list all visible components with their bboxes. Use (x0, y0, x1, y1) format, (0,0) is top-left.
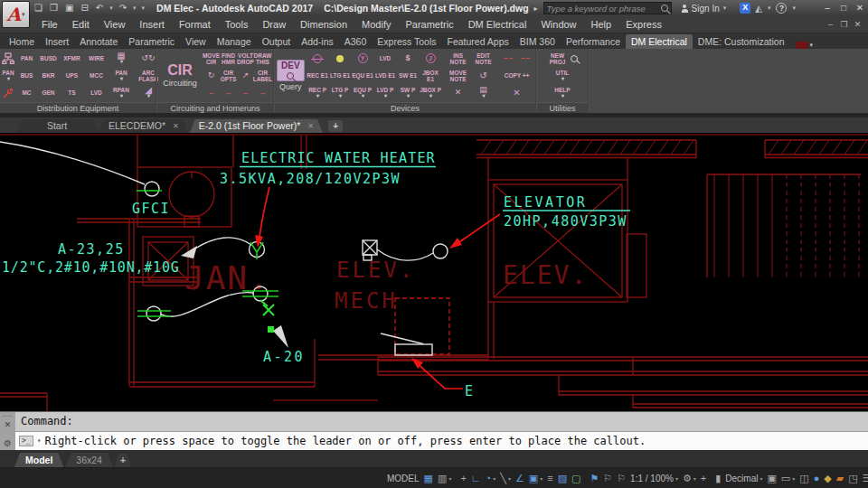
menu-modify[interactable]: Modify (354, 16, 398, 33)
menu-dimension[interactable]: Dimension (293, 16, 354, 33)
xfmr-button[interactable]: XFMR (60, 50, 84, 67)
delete-devices-icon[interactable]: ✕ (500, 84, 534, 101)
callout-circuit-a20[interactable]: A-20 (263, 349, 305, 365)
jbox-device-icon[interactable]: J (420, 50, 442, 67)
graphics-performance-icon[interactable]: ● (814, 469, 820, 487)
model-space-button[interactable]: MODEL (387, 474, 420, 483)
tab-home[interactable]: Home (4, 34, 40, 49)
receptacle-device-icon[interactable] (307, 50, 329, 67)
elevator-connection-symbol[interactable] (433, 244, 448, 258)
doc-minimize-button[interactable]: – (824, 20, 837, 29)
grid-display-icon[interactable]: ▦ (424, 469, 433, 487)
ltg-p-button[interactable]: LTG P (329, 84, 352, 101)
tab-insert[interactable]: Insert (40, 34, 74, 49)
exchange-apps-icon[interactable]: X (740, 3, 750, 14)
light-device-icon[interactable] (329, 50, 352, 67)
object-snap-icon[interactable]: ▣ (529, 469, 538, 487)
menu-window[interactable]: Window (533, 16, 583, 33)
annotation-monitor-icon[interactable]: ⚐ (617, 469, 626, 487)
search-binoculars-icon[interactable] (661, 5, 668, 12)
snap-mode-icon[interactable]: ▥ (438, 469, 447, 487)
water-heater-leader[interactable] (259, 187, 269, 238)
clean-screen-icon[interactable]: ◳ (848, 469, 857, 487)
transparency-icon[interactable]: ▨ (558, 469, 567, 487)
jbox-p-button[interactable]: JBOX P (420, 84, 442, 101)
command-close-icon[interactable]: ✕ (5, 418, 12, 431)
redo-caret-icon[interactable]: ▾ (132, 1, 137, 15)
disconnect-switch-symbol[interactable] (395, 344, 432, 355)
menu-express[interactable]: Express (618, 16, 669, 33)
voltage-drop-button[interactable]: VOLT DROP (237, 50, 254, 67)
panel-label-circuiting[interactable]: Circuiting and Homeruns (157, 102, 273, 113)
circuit-label-button[interactable]: CIR LABEL (254, 67, 271, 84)
leader-preview-arrowhead[interactable] (273, 325, 288, 348)
selection-cycling-icon[interactable]: ▢ (571, 469, 580, 487)
draw-this-homerun-button[interactable]: DRAW THIS (254, 50, 271, 67)
isometric-drafting-icon[interactable]: ╲ (500, 469, 506, 487)
motor-device-icon[interactable]: Y (352, 50, 374, 67)
new-project-button[interactable]: NEW PROJ (539, 50, 586, 67)
homerun-arc-icon-3[interactable]: ⌢ (237, 84, 254, 101)
panel-label-utilities[interactable]: Utilities (537, 102, 588, 113)
close-button[interactable]: ✕ (852, 1, 868, 15)
callout-equip-tag-e[interactable]: E (465, 383, 473, 399)
equipment-footprint-dashed[interactable] (395, 298, 449, 354)
maximize-button[interactable]: □ (835, 1, 852, 15)
tab-bim-360[interactable]: BIM 360 (514, 34, 561, 49)
panel-edit-button[interactable]: PAN (2, 67, 14, 84)
stamp-note-icon[interactable]: ▤ (471, 84, 496, 101)
tab-featured-apps[interactable]: Featured Apps (441, 34, 514, 49)
plot-icon[interactable]: ⊟ (79, 1, 90, 15)
annotation-scale-button[interactable]: 1:1 / 100% (630, 474, 674, 483)
isolate-objects-icon[interactable]: ◫ (799, 469, 808, 487)
wire-to-gfci[interactable] (0, 142, 145, 184)
tab-performance[interactable]: Performance (561, 34, 626, 49)
qat-customize-caret-icon[interactable]: ▾ (141, 1, 146, 15)
bkr-button[interactable]: BKR (37, 67, 60, 84)
command-history-line[interactable]: Command: (15, 412, 868, 432)
insert-note-button[interactable]: INS NOTE (446, 50, 471, 67)
tray-exchange-icon[interactable]: ▰ (836, 469, 844, 487)
doc-close-button[interactable]: ✕ (851, 20, 864, 29)
help-icon[interactable]: ? (776, 3, 787, 14)
query-device-button[interactable]: DEV Query (277, 50, 305, 101)
erase-note-icon[interactable]: ✕ (446, 84, 471, 101)
callout-elevator-spec[interactable]: 20HP,480V3P3W (504, 213, 627, 230)
quick-properties-icon[interactable]: ▣ (767, 469, 776, 487)
units-block-icon[interactable]: ▮ (715, 469, 721, 487)
menu-format[interactable]: Format (172, 16, 218, 33)
homerun-arrowhead[interactable] (181, 246, 197, 258)
jbox-e1-button[interactable]: JBOX E1 (420, 67, 442, 84)
annotation-autoscale-icon[interactable]: ⚐ (603, 469, 612, 487)
callout-water-heater-title[interactable]: ELECTRIC WATER HEATER (241, 150, 436, 166)
layout-tab-36x24[interactable]: 36x24 (65, 453, 113, 467)
rec-e1-button[interactable]: REC E1 (307, 67, 329, 84)
rec-p-button[interactable]: REC P (307, 84, 329, 101)
circuit-options-button[interactable]: CIR OPTS (220, 67, 237, 84)
undo-note-icon[interactable]: ↺ (471, 67, 496, 84)
title-expand-icon[interactable]: ▸ (534, 5, 538, 13)
doc-tab-e20-first-floor-power[interactable]: E-2.0 (1st Floor Power)*✕ (190, 119, 323, 133)
callout-gfci[interactable]: GFCI (132, 201, 170, 217)
doc-restore-button[interactable]: ❐ (837, 20, 851, 29)
busd-button[interactable]: BUSD (37, 50, 60, 67)
elevator-leader[interactable] (454, 214, 500, 246)
menu-parametric[interactable]: Parametric (398, 16, 460, 33)
ortho-mode-icon[interactable]: ∟ (471, 469, 481, 487)
callout-water-heater-spec[interactable]: 3.5KVA,208/120V2P3W (220, 171, 401, 187)
copy-devices-button[interactable]: COPY ++ (500, 67, 534, 84)
gfci-receptacle-symbol[interactable] (145, 182, 159, 196)
doc-tab-start[interactable]: Start (16, 119, 98, 133)
lvd-button[interactable]: LVD (84, 84, 108, 101)
units-button[interactable]: Decimal (725, 474, 758, 483)
callout-homerun-wire[interactable]: 1/2"C,2#10,#10N,#10G (2, 259, 180, 276)
pan-schedule-button[interactable]: PAN (108, 67, 134, 84)
tray-a360-icon[interactable]: ◆ (824, 469, 831, 487)
sign-in[interactable]: Sign In ▾ (681, 1, 728, 15)
lvd-device-button[interactable]: LVD (374, 50, 397, 67)
lineweight-icon[interactable]: ≡ (547, 469, 552, 487)
help-menu-button[interactable]: HELP (539, 84, 586, 101)
move-note-button[interactable]: MOVE NOTE (446, 67, 471, 84)
undo-caret-icon[interactable]: ▾ (108, 1, 114, 15)
save-icon[interactable]: ▣ (63, 1, 75, 15)
